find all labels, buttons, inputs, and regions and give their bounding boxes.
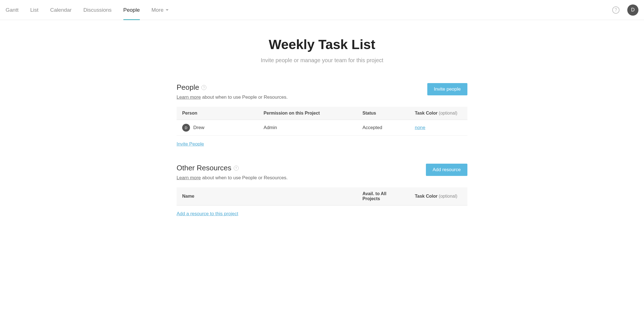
tab-calendar[interactable]: Calendar bbox=[50, 0, 72, 20]
col-header-task-color-label: Task Color bbox=[415, 111, 438, 115]
people-desc-rest: about when to use People or Resources. bbox=[201, 95, 288, 100]
cell-person: D Drew bbox=[177, 120, 258, 136]
resources-desc-rest: about when to use People or Resources. bbox=[201, 175, 288, 180]
tab-people[interactable]: People bbox=[123, 0, 140, 20]
resources-learn-more-link[interactable]: Learn more bbox=[177, 175, 201, 180]
resources-section: Other Resources ? Learn more about when … bbox=[177, 164, 467, 217]
people-help-icon[interactable]: ? bbox=[201, 85, 206, 90]
resources-section-header: Other Resources ? Learn more about when … bbox=[177, 164, 467, 181]
people-table-row: D Drew Admin Accepted none bbox=[177, 120, 467, 136]
page-subtitle: Invite people or manage your team for th… bbox=[177, 57, 467, 64]
people-section-desc: Learn more about when to use People or R… bbox=[177, 95, 288, 100]
resources-table-header-row: Name Avail. to All Projects Task Color (… bbox=[177, 187, 467, 205]
tab-more-label: More bbox=[152, 7, 164, 13]
people-table: Person Permission on this Project Status… bbox=[177, 107, 467, 136]
resources-section-desc: Learn more about when to use People or R… bbox=[177, 175, 288, 181]
col-header-name: Name bbox=[177, 187, 357, 205]
resources-section-title: Other Resources bbox=[177, 164, 231, 172]
tab-list[interactable]: List bbox=[30, 0, 38, 20]
col-header-avail: Avail. to All Projects bbox=[357, 187, 409, 205]
people-section: People ? Learn more about when to use Pe… bbox=[177, 83, 467, 147]
tab-discussions[interactable]: Discussions bbox=[83, 0, 111, 20]
chevron-down-icon bbox=[166, 9, 169, 11]
col-header-resource-task-color-optional: (optional) bbox=[439, 194, 457, 199]
person-avatar: D bbox=[182, 124, 190, 132]
col-header-task-color: Task Color (optional) bbox=[409, 107, 467, 120]
col-header-task-color-optional: (optional) bbox=[439, 111, 457, 115]
resources-table: Name Avail. to All Projects Task Color (… bbox=[177, 187, 467, 205]
col-header-status: Status bbox=[357, 107, 409, 120]
cell-task-color: none bbox=[409, 120, 467, 136]
col-header-resource-task-color-label: Task Color bbox=[415, 194, 438, 199]
tab-more[interactable]: More bbox=[152, 0, 169, 20]
main-content: Weekly Task List Invite people or manage… bbox=[177, 20, 467, 245]
cell-permission: Admin bbox=[258, 120, 357, 136]
people-section-header: People ? Learn more about when to use Pe… bbox=[177, 83, 467, 100]
tab-gantt[interactable]: Gantt bbox=[6, 0, 18, 20]
nav-right: ? D bbox=[612, 4, 638, 16]
col-header-person: Person bbox=[177, 107, 258, 120]
top-nav: Gantt List Calendar Discussions People M… bbox=[0, 0, 644, 20]
people-section-title: People bbox=[177, 83, 199, 92]
col-header-permission: Permission on this Project bbox=[258, 107, 357, 120]
person-name: Drew bbox=[193, 125, 204, 130]
cell-status: Accepted bbox=[357, 120, 409, 136]
help-icon[interactable]: ? bbox=[612, 6, 619, 14]
col-header-resource-task-color: Task Color (optional) bbox=[409, 187, 467, 205]
invite-people-button[interactable]: Invite people bbox=[427, 83, 467, 95]
people-learn-more-link[interactable]: Learn more bbox=[177, 95, 201, 100]
add-resource-button[interactable]: Add resource bbox=[426, 164, 467, 176]
nav-tabs: Gantt List Calendar Discussions People M… bbox=[6, 0, 169, 20]
invite-people-link[interactable]: Invite People bbox=[177, 141, 204, 147]
user-avatar[interactable]: D bbox=[627, 4, 638, 16]
add-resource-link[interactable]: Add a resource to this project bbox=[177, 211, 238, 217]
resources-help-icon[interactable]: ? bbox=[234, 166, 239, 171]
page-title: Weekly Task List bbox=[177, 37, 467, 52]
task-color-link[interactable]: none bbox=[415, 125, 425, 130]
people-table-header-row: Person Permission on this Project Status… bbox=[177, 107, 467, 120]
